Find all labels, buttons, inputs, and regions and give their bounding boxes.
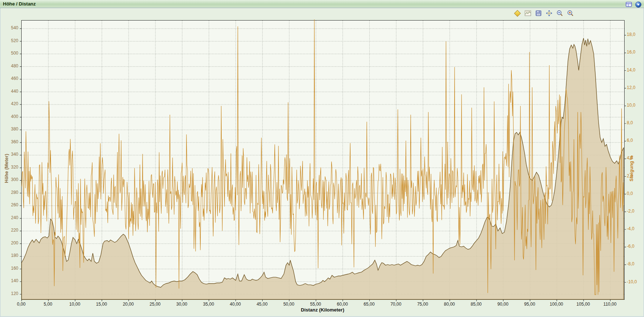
panel-titlebar: Höhe / Distanz: [0, 0, 644, 8]
y-left-tick-label: 280: [4, 190, 18, 195]
x-tick-label: 105,00: [572, 302, 594, 307]
y-left-tick-label: 140: [4, 279, 18, 283]
x-tick-label: 20,00: [117, 302, 139, 307]
chart-plot-area[interactable]: [21, 20, 625, 300]
y-left-tick-label: 360: [4, 140, 18, 144]
x-tick-label: 60,00: [332, 302, 354, 307]
y-left-tick-label: 440: [4, 89, 18, 94]
y-right-tick-label: 2,0: [627, 174, 643, 178]
x-tick-label: 15,00: [90, 302, 112, 307]
x-tick-label: 65,00: [358, 302, 380, 307]
y-left-tick-label: 540: [4, 26, 18, 30]
y-left-tick-label: 240: [4, 215, 18, 220]
x-tick-label: 75,00: [412, 302, 434, 307]
y-left-tick-label: 220: [4, 228, 18, 233]
x-tick-label: 5,00: [37, 302, 59, 307]
x-axis-title: Distanz (Kilometer): [21, 307, 624, 313]
x-tick-label: 100,00: [545, 302, 567, 307]
y-left-tick-label: 400: [4, 114, 18, 119]
zoom-in-icon: [567, 10, 574, 16]
y-right-tick-label: 8,0: [627, 121, 643, 125]
x-tick-label: 80,00: [438, 302, 460, 307]
chart-image-button[interactable]: [524, 10, 532, 17]
x-tick-label: 45,00: [251, 302, 273, 307]
y-right-tick-label: -4,0: [627, 226, 643, 231]
y-right-tick-label: -2,0: [627, 209, 643, 214]
floppy-icon: [536, 10, 541, 16]
y-right-tick-label: 18,0: [627, 32, 643, 37]
y-right-tick-label: -6,0: [627, 244, 643, 249]
y-left-tick-label: 260: [4, 203, 18, 207]
x-tick-label: 85,00: [465, 302, 487, 307]
panel-title: Höhe / Distanz: [3, 1, 36, 7]
marker-diamond-button[interactable]: [514, 10, 521, 17]
y-right-tick-label: 12,0: [627, 85, 643, 90]
y-left-tick-label: 120: [4, 291, 18, 296]
y-right-tick-label: -10,0: [627, 280, 643, 284]
diamond-icon: [514, 10, 521, 16]
x-tick-label: 10,00: [64, 302, 86, 307]
y-left-tick-label: 180: [4, 253, 18, 258]
y-left-tick-label: 500: [4, 51, 18, 56]
x-tick-label: 55,00: [305, 302, 327, 307]
x-tick-label: 40,00: [224, 302, 246, 307]
x-tick-label: 110,00: [599, 302, 621, 307]
y-right-tick-label: 10,0: [627, 103, 643, 108]
save-button[interactable]: [535, 10, 542, 17]
y-left-tick-label: 520: [4, 38, 18, 43]
x-tick-label: 35,00: [197, 302, 219, 307]
y-right-tick-label: -8,0: [627, 262, 643, 266]
x-tick-label: 50,00: [278, 302, 300, 307]
chart-panel: Höhe (Meter) Steigung % Distanz (Kilomet…: [0, 8, 644, 317]
y-left-tick-label: 460: [4, 76, 18, 81]
layout-window-icon[interactable]: [625, 1, 632, 8]
zoom-in-button[interactable]: [567, 10, 574, 17]
chart-image-icon: [525, 10, 531, 16]
y-left-tick-label: 380: [4, 127, 18, 132]
x-tick-label: 0,00: [10, 302, 32, 307]
x-tick-label: 95,00: [519, 302, 541, 307]
y-right-axis-title: Steigung %: [629, 99, 634, 238]
zoom-out-icon: [556, 10, 563, 16]
fit-view-button[interactable]: [545, 10, 553, 17]
zoom-out-button[interactable]: [556, 10, 563, 17]
y-right-tick-label: 4,0: [627, 156, 643, 161]
collapse-panel-button[interactable]: [634, 1, 642, 8]
y-left-tick-label: 320: [4, 165, 18, 170]
x-tick-label: 90,00: [492, 302, 514, 307]
x-tick-label: 70,00: [385, 302, 407, 307]
fit-arrows-icon: [546, 10, 552, 16]
y-right-tick-label: 14,0: [627, 68, 643, 73]
y-left-tick-label: 200: [4, 241, 18, 246]
y-left-axis-title: Höhe (Meter): [4, 99, 9, 238]
y-left-tick-label: 300: [4, 177, 18, 182]
y-right-tick-label: 0,0: [627, 191, 643, 196]
y-left-tick-label: 420: [4, 102, 18, 106]
x-tick-label: 25,00: [144, 302, 166, 307]
y-left-tick-label: 480: [4, 64, 18, 69]
chart-toolbar: [514, 9, 574, 17]
x-tick-label: 30,00: [171, 302, 193, 307]
y-right-tick-label: 6,0: [627, 138, 643, 143]
y-left-tick-label: 160: [4, 266, 18, 271]
y-right-tick-label: 16,0: [627, 50, 643, 55]
y-left-tick-label: 340: [4, 152, 18, 157]
